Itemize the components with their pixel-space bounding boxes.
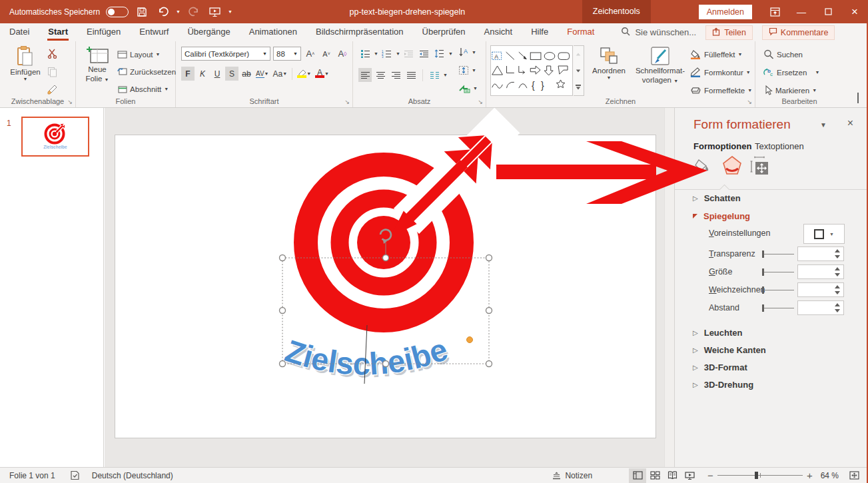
columns-button[interactable] (428, 68, 441, 82)
start-slideshow-icon[interactable] (207, 5, 222, 19)
font-color-button[interactable]: A▼ (314, 67, 330, 81)
zoom-out-icon[interactable]: − (707, 470, 713, 481)
section-3d-format[interactable]: ▷3D-Format (693, 362, 747, 372)
increase-indent-icon[interactable] (418, 47, 431, 61)
format-painter-icon[interactable] (45, 83, 59, 97)
section-3d-rotation[interactable]: ▷3D-Drehung (693, 380, 753, 390)
shapes-scroll-down-icon[interactable] (574, 63, 583, 79)
drawing-dialog-launcher-icon[interactable]: ↘ (747, 99, 752, 105)
transparency-spinner[interactable] (797, 246, 844, 261)
paste-dropdown-icon[interactable]: ▼ (23, 77, 28, 81)
decrease-font-size-icon[interactable]: A˅ (320, 47, 333, 61)
slide[interactable] (115, 135, 656, 438)
slide-sorter-view-icon[interactable] (646, 468, 663, 483)
collapse-ribbon-icon[interactable] (857, 94, 859, 103)
fill-line-icon[interactable] (693, 157, 711, 177)
find-button[interactable]: Suchen (763, 47, 819, 61)
effects-icon[interactable] (721, 155, 743, 178)
panel-options-dropdown-icon[interactable]: ▼ (820, 121, 827, 129)
ribbon-display-options-icon[interactable] (761, 0, 788, 23)
sign-in-button[interactable]: Anmelden (699, 5, 752, 19)
section-reflection[interactable]: Spiegelung (693, 211, 750, 221)
section-button[interactable]: Abschnitt▼ (117, 82, 176, 96)
bullets-button[interactable] (358, 47, 372, 61)
zoom-level[interactable]: 64 % (821, 471, 839, 480)
notes-button[interactable]: Notizen (552, 471, 592, 480)
underline-button[interactable]: U (211, 67, 224, 81)
zoom-in-icon[interactable]: + (807, 470, 813, 481)
cut-icon[interactable] (45, 47, 59, 61)
slideshow-view-icon[interactable] (681, 468, 698, 483)
reflection-presets-dropdown[interactable]: ▼ (803, 224, 845, 244)
distance-slider[interactable] (762, 308, 794, 308)
canvas-scrollbar[interactable] (664, 108, 674, 467)
replace-button[interactable]: bc Ersetzen▼ (763, 65, 819, 79)
panel-tab-text-options[interactable]: Textoptionen (755, 141, 804, 151)
shape-outline-button[interactable]: Formkontur▼ (690, 65, 752, 79)
quick-access-customize-icon[interactable]: ▼ (228, 9, 232, 14)
tab-animationen[interactable]: Animationen (247, 23, 299, 41)
paragraph-dialog-launcher-icon[interactable]: ↘ (478, 99, 483, 105)
shape-effects-button[interactable]: Formeffekte▼ (690, 83, 752, 97)
italic-button[interactable]: K (196, 67, 209, 81)
align-text-button[interactable]: ▼ (458, 63, 476, 77)
context-tab-drawing-tools[interactable]: Zeichentools (582, 0, 651, 23)
clear-formatting-icon[interactable]: A◊ (336, 47, 349, 61)
save-icon[interactable] (135, 5, 149, 19)
highlight-color-button[interactable]: ▼ (296, 67, 312, 81)
clipboard-dialog-launcher-icon[interactable]: ↘ (67, 99, 73, 105)
tell-me-search[interactable]: Sie wünschen... (621, 27, 696, 38)
font-name-combo[interactable]: Calibri (Textkörper)▼ (181, 47, 270, 61)
copy-icon[interactable] (45, 65, 59, 79)
tab-format[interactable]: Format (565, 23, 596, 41)
tab-ueberpruefen[interactable]: Überprüfen (420, 23, 468, 41)
slide-thumbnail[interactable]: Zielscheibe (21, 117, 89, 157)
size-properties-icon[interactable] (749, 156, 769, 178)
zoom-slider[interactable] (717, 475, 803, 476)
text-direction-button[interactable]: A▼ (458, 45, 476, 59)
justify-button[interactable] (404, 68, 418, 82)
layout-button[interactable]: Layout▼ (117, 47, 176, 61)
align-center-button[interactable] (374, 68, 387, 82)
panel-tab-shape-options[interactable]: Formoptionen (693, 141, 751, 151)
reset-button[interactable]: Zurücksetzen (117, 65, 176, 79)
slide-counter[interactable]: Folie 1 von 1 (9, 471, 55, 480)
increase-font-size-icon[interactable]: A˄ (304, 47, 317, 61)
panel-close-icon[interactable]: × (847, 117, 853, 129)
comments-button[interactable]: Kommentare (762, 25, 835, 40)
align-left-button[interactable] (358, 68, 372, 82)
tab-hilfe[interactable]: Hilfe (529, 23, 550, 41)
tab-bildschirmpraesentation[interactable]: Bildschirmpräsentation (314, 23, 406, 41)
convert-to-smartart-button[interactable]: ▼ (458, 81, 478, 95)
language-status[interactable]: Deutsch (Deutschland) (92, 471, 173, 480)
size-slider[interactable] (762, 272, 794, 272)
autosave-toggle[interactable] (106, 7, 129, 17)
shape-fill-button[interactable]: Fülleffekt▼ (690, 47, 752, 61)
decrease-indent-icon[interactable] (402, 47, 416, 61)
arrange-button[interactable]: Anordnen ▼ (588, 46, 630, 80)
redo-icon[interactable] (187, 5, 201, 19)
section-shadow[interactable]: ▷Schatten (693, 193, 741, 203)
tab-einfuegen[interactable]: Einfügen (85, 23, 123, 41)
align-right-button[interactable] (389, 68, 402, 82)
font-dialog-launcher-icon[interactable]: ↘ (344, 99, 350, 105)
normal-view-icon[interactable] (629, 468, 646, 483)
change-case-button[interactable]: Aa▼ (272, 67, 289, 81)
tab-uebergaenge[interactable]: Übergänge (185, 23, 232, 41)
new-slide-button[interactable]: Neue Folie ▼ (80, 46, 115, 84)
reading-view-icon[interactable] (663, 468, 681, 483)
blur-slider[interactable] (762, 290, 794, 290)
tab-start[interactable]: Start (46, 23, 70, 41)
slide-editing-area[interactable]: Zielscheibe Zielscheibe (105, 108, 674, 467)
strikethrough-button[interactable]: ab (240, 67, 253, 81)
font-size-combo[interactable]: 88▼ (273, 47, 301, 61)
shapes-more-icon[interactable] (574, 79, 583, 95)
tab-ansicht[interactable]: Ansicht (482, 23, 515, 41)
select-button[interactable]: Markieren▼ (763, 83, 819, 97)
paste-button[interactable]: Einfügen ▼ (9, 46, 41, 81)
text-shadow-button[interactable]: S (225, 67, 238, 81)
distance-spinner[interactable] (797, 300, 844, 315)
undo-dropdown-icon[interactable]: ▼ (176, 9, 181, 14)
undo-icon[interactable] (155, 5, 170, 19)
section-glow[interactable]: ▷Leuchten (693, 328, 743, 338)
